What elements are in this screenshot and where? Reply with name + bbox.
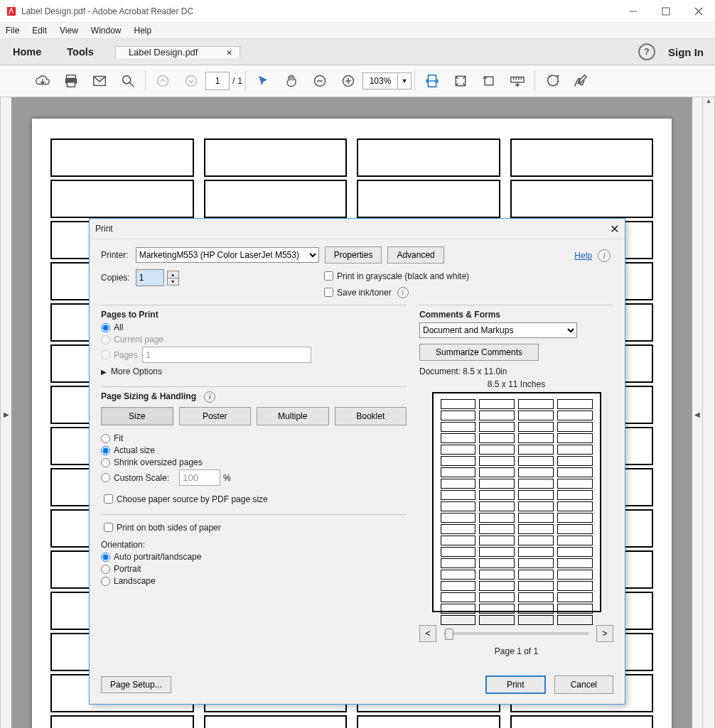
info-icon[interactable]: i xyxy=(397,287,409,298)
orientation-heading: Orientation: xyxy=(101,540,407,550)
help-link[interactable]: Help xyxy=(574,251,592,261)
seg-booklet[interactable]: Booklet xyxy=(335,407,407,425)
page-setup-button[interactable]: Page Setup... xyxy=(101,676,171,693)
radio-all[interactable]: All xyxy=(101,322,407,332)
more-options-toggle[interactable]: ▶ More Options xyxy=(101,366,407,376)
main-toolbar: / 1 ▼ xyxy=(0,65,715,97)
triangle-right-icon: ▶ xyxy=(101,368,107,376)
comment-icon[interactable] xyxy=(538,65,566,97)
properties-button[interactable]: Properties xyxy=(325,246,382,264)
zoom-in-icon[interactable] xyxy=(334,65,362,97)
print-preview xyxy=(432,392,601,612)
toolbar-separator xyxy=(534,71,535,91)
radio-portrait[interactable]: Portrait xyxy=(101,564,407,574)
help-icon[interactable]: ? xyxy=(638,43,655,60)
pages-to-print-heading: Pages to Print xyxy=(101,305,407,320)
vertical-scrollbar[interactable]: ▲ xyxy=(702,97,715,728)
zoom-value-input[interactable] xyxy=(363,75,397,87)
preview-prev-button[interactable]: < xyxy=(419,625,436,642)
preview-slider[interactable] xyxy=(443,632,589,635)
preview-page-count: Page 1 of 1 xyxy=(419,646,613,656)
slider-thumb[interactable] xyxy=(445,629,453,640)
toolbar-separator xyxy=(145,71,146,91)
fit-page-icon[interactable] xyxy=(446,65,475,97)
toolbar-separator xyxy=(414,71,415,91)
copies-spinner[interactable]: ▲ ▼ xyxy=(167,271,179,286)
menu-file[interactable]: File xyxy=(6,26,19,36)
menu-edit[interactable]: Edit xyxy=(32,26,47,36)
pages-range-input xyxy=(142,347,311,363)
svg-rect-7 xyxy=(68,82,75,87)
zoom-combo[interactable]: ▼ xyxy=(362,65,412,97)
page-sizing-heading: Page Sizing & Handling i xyxy=(101,386,407,403)
select-tool-icon[interactable] xyxy=(249,65,277,97)
seg-poster[interactable]: Poster xyxy=(179,407,252,425)
paper-source-checkbox[interactable]: Choose paper source by PDF page size xyxy=(101,492,407,506)
page-current-input[interactable] xyxy=(205,72,230,90)
document-dims: Document: 8.5 x 11.0in xyxy=(419,366,613,376)
advanced-button[interactable]: Advanced xyxy=(387,246,443,264)
menu-bar: File Edit View Window Help xyxy=(0,23,715,39)
radio-actual-size[interactable]: Actual size xyxy=(101,445,407,455)
printer-select[interactable]: MarketingM553 (HP Color LaserJet M553) xyxy=(136,247,319,263)
ruler-icon[interactable] xyxy=(503,65,532,97)
search-icon[interactable] xyxy=(114,65,142,97)
seg-size[interactable]: Size xyxy=(101,407,173,425)
save-cloud-icon[interactable] xyxy=(28,65,57,97)
maximize-button[interactable] xyxy=(650,0,682,22)
chevron-left-icon: ◀ xyxy=(694,411,700,418)
radio-fit[interactable]: Fit xyxy=(101,433,407,443)
menu-view[interactable]: View xyxy=(60,26,78,36)
print-button[interactable]: Print xyxy=(485,675,546,694)
custom-scale-input[interactable] xyxy=(179,469,220,486)
comments-forms-heading: Comments & Forms xyxy=(419,305,613,320)
grayscale-checkbox[interactable]: Print in grayscale (black and white) xyxy=(321,269,469,283)
both-sides-checkbox[interactable]: Print on both sides of paper xyxy=(101,521,407,534)
copies-input[interactable] xyxy=(136,269,164,286)
menu-window[interactable]: Window xyxy=(91,26,122,36)
menu-help[interactable]: Help xyxy=(134,26,152,36)
fit-width-icon[interactable] xyxy=(418,65,446,97)
tab-close-icon[interactable]: × xyxy=(226,47,232,58)
svg-point-11 xyxy=(158,76,168,87)
copies-label: Copies: xyxy=(101,273,130,283)
print-icon[interactable] xyxy=(57,65,85,97)
tab-document-label: Label Design.pdf xyxy=(129,47,198,58)
tab-document[interactable]: Label Design.pdf × xyxy=(115,46,240,58)
preview-next-button[interactable]: > xyxy=(596,625,613,642)
radio-current-page: Current page xyxy=(101,335,407,344)
summarize-comments-button[interactable]: Summarize Comments xyxy=(419,344,539,361)
email-icon[interactable] xyxy=(85,65,114,97)
radio-landscape[interactable]: Landscape xyxy=(101,576,407,586)
sign-icon[interactable] xyxy=(566,65,595,97)
zoom-out-icon[interactable] xyxy=(306,65,334,97)
scroll-up-icon[interactable]: ▲ xyxy=(703,97,714,109)
page-up-icon[interactable] xyxy=(149,65,177,97)
seg-multiple[interactable]: Multiple xyxy=(257,407,329,425)
tab-tools[interactable]: Tools xyxy=(54,46,107,58)
radio-custom-scale[interactable]: Custom Scale: % xyxy=(101,469,407,486)
rotate-icon[interactable] xyxy=(475,65,503,97)
page-down-icon[interactable] xyxy=(177,65,205,97)
radio-shrink[interactable]: Shrink oversized pages xyxy=(101,457,407,467)
cancel-button[interactable]: Cancel xyxy=(554,675,613,694)
close-icon[interactable]: ✕ xyxy=(610,222,619,236)
svg-rect-21 xyxy=(511,77,524,82)
spin-up-icon[interactable]: ▲ xyxy=(168,271,178,278)
close-button[interactable] xyxy=(682,0,715,22)
comments-select[interactable]: Document and Markups xyxy=(419,322,577,338)
tab-home[interactable]: Home xyxy=(0,46,54,58)
info-icon[interactable]: i xyxy=(598,249,611,262)
info-icon[interactable]: i xyxy=(204,391,215,403)
hand-tool-icon[interactable] xyxy=(277,65,306,97)
svg-rect-2 xyxy=(662,8,670,15)
minimize-button[interactable] xyxy=(617,0,650,22)
radio-pages: Pages xyxy=(101,347,407,363)
window-titlebar: Label Design.pdf - Adobe Acrobat Reader … xyxy=(0,0,715,23)
radio-auto-orientation[interactable]: Auto portrait/landscape xyxy=(101,552,407,562)
sign-in-link[interactable]: Sign In xyxy=(668,46,704,58)
save-ink-checkbox[interactable]: Save ink/toner i xyxy=(321,286,469,299)
chevron-down-icon[interactable]: ▼ xyxy=(397,73,411,89)
spin-down-icon[interactable]: ▼ xyxy=(168,278,178,285)
svg-point-9 xyxy=(123,76,131,84)
